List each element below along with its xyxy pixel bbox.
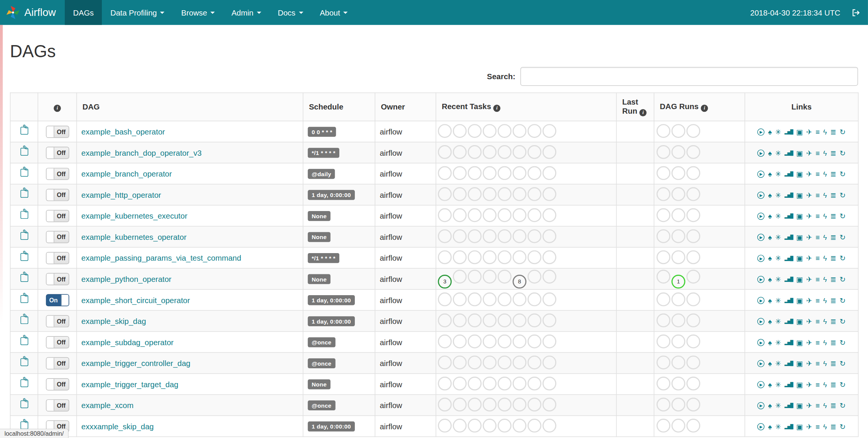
task-details-icon[interactable]: ≣ <box>830 129 836 136</box>
recent-task-circle[interactable]: 8 <box>513 274 527 288</box>
edit-dag-icon[interactable] <box>20 190 28 197</box>
task-duration-icon[interactable]: ▂▅█ <box>784 341 793 345</box>
task-tries-icon[interactable]: ▣ <box>796 402 803 410</box>
refresh-icon[interactable]: ↻ <box>840 381 846 388</box>
task-tries-icon[interactable]: ▣ <box>796 360 803 368</box>
task-tries-icon[interactable]: ▣ <box>796 339 803 346</box>
gantt-view-icon[interactable]: ≡ <box>816 171 820 178</box>
tree-view-icon[interactable]: ♠ <box>768 297 772 304</box>
dag-pause-toggle[interactable]: Off <box>46 399 69 411</box>
task-duration-icon[interactable]: ▂▅█ <box>784 299 793 303</box>
task-duration-icon[interactable]: ▂▅█ <box>784 172 793 177</box>
brand[interactable]: Airflow <box>6 5 56 20</box>
task-duration-icon[interactable]: ▂▅█ <box>784 193 793 198</box>
tree-view-icon[interactable]: ♠ <box>768 423 772 430</box>
task-details-icon[interactable]: ≣ <box>830 402 836 410</box>
gantt-view-icon[interactable]: ≡ <box>816 402 820 410</box>
graph-view-icon[interactable]: ✳ <box>775 150 781 157</box>
task-details-icon[interactable]: ≣ <box>830 171 836 178</box>
tree-view-icon[interactable]: ♠ <box>768 234 772 241</box>
graph-view-icon[interactable]: ✳ <box>775 402 781 410</box>
dag-pause-toggle[interactable]: Off <box>46 315 69 327</box>
code-view-icon[interactable]: ϟ <box>823 297 827 304</box>
task-details-icon[interactable]: ≣ <box>830 360 836 368</box>
gantt-view-icon[interactable]: ≡ <box>816 423 820 430</box>
graph-view-icon[interactable]: ✳ <box>775 423 781 430</box>
landing-times-icon[interactable]: ✈ <box>806 297 812 304</box>
graph-view-icon[interactable]: ✳ <box>775 192 781 199</box>
refresh-icon[interactable]: ↻ <box>840 318 846 325</box>
landing-times-icon[interactable]: ✈ <box>806 360 812 368</box>
refresh-icon[interactable]: ↻ <box>840 360 846 368</box>
task-duration-icon[interactable]: ▂▅█ <box>784 383 793 387</box>
landing-times-icon[interactable]: ✈ <box>806 255 812 262</box>
edit-dag-icon[interactable] <box>20 127 28 135</box>
landing-times-icon[interactable]: ✈ <box>806 276 812 283</box>
refresh-icon[interactable]: ↻ <box>840 276 846 283</box>
dag-pause-toggle[interactable]: Off <box>46 357 69 369</box>
trigger-dag-icon[interactable]: ▶ <box>757 381 765 388</box>
trigger-dag-icon[interactable]: ▶ <box>757 171 765 178</box>
edit-dag-icon[interactable] <box>20 295 28 303</box>
graph-view-icon[interactable]: ✳ <box>775 381 781 388</box>
gantt-view-icon[interactable]: ≡ <box>816 150 820 157</box>
dag-link[interactable]: example_xcom <box>81 401 134 410</box>
task-tries-icon[interactable]: ▣ <box>796 423 803 430</box>
gantt-view-icon[interactable]: ≡ <box>816 318 820 325</box>
dag-pause-toggle[interactable]: Off <box>46 252 69 264</box>
dag-link[interactable]: example_kubernetes_executor <box>81 211 187 220</box>
edit-dag-icon[interactable] <box>20 358 28 366</box>
task-duration-icon[interactable]: ▂▅█ <box>784 235 793 240</box>
refresh-icon[interactable]: ↻ <box>840 339 846 346</box>
task-details-icon[interactable]: ≣ <box>830 381 836 388</box>
dag-link[interactable]: example_branch_dop_operator_v3 <box>81 148 201 157</box>
task-tries-icon[interactable]: ▣ <box>796 381 803 388</box>
trigger-dag-icon[interactable]: ▶ <box>757 297 765 304</box>
nav-item-browse[interactable]: Browse <box>173 0 223 25</box>
dag-pause-toggle[interactable]: Off <box>46 210 69 222</box>
task-tries-icon[interactable]: ▣ <box>796 150 803 157</box>
code-view-icon[interactable]: ϟ <box>823 129 827 136</box>
task-details-icon[interactable]: ≣ <box>830 192 836 199</box>
graph-view-icon[interactable]: ✳ <box>775 171 781 178</box>
task-details-icon[interactable]: ≣ <box>830 423 836 430</box>
task-tries-icon[interactable]: ▣ <box>796 171 803 178</box>
trigger-dag-icon[interactable]: ▶ <box>757 255 765 262</box>
refresh-icon[interactable]: ↻ <box>840 402 846 410</box>
dag-link[interactable]: example_http_operator <box>81 190 161 199</box>
dag-pause-toggle[interactable]: Off <box>46 378 69 390</box>
trigger-dag-icon[interactable]: ▶ <box>757 150 765 157</box>
dag-link[interactable]: example_passing_params_via_test_command <box>81 253 241 262</box>
refresh-icon[interactable]: ↻ <box>840 423 846 430</box>
code-view-icon[interactable]: ϟ <box>823 402 827 410</box>
code-view-icon[interactable]: ϟ <box>823 255 827 262</box>
graph-view-icon[interactable]: ✳ <box>775 213 781 220</box>
nav-item-docs[interactable]: Docs <box>270 0 312 25</box>
code-view-icon[interactable]: ϟ <box>823 150 827 157</box>
code-view-icon[interactable]: ϟ <box>823 360 827 368</box>
landing-times-icon[interactable]: ✈ <box>806 402 812 410</box>
task-tries-icon[interactable]: ▣ <box>796 129 803 136</box>
edit-dag-icon[interactable] <box>20 400 28 408</box>
dag-link[interactable]: example_subdag_operator <box>81 338 173 346</box>
edit-dag-icon[interactable] <box>20 316 28 324</box>
recent-task-circle[interactable]: 3 <box>438 274 452 288</box>
tree-view-icon[interactable]: ♠ <box>768 318 772 325</box>
trigger-dag-icon[interactable]: ▶ <box>757 339 765 346</box>
graph-view-icon[interactable]: ✳ <box>775 297 781 304</box>
code-view-icon[interactable]: ϟ <box>823 381 827 388</box>
edit-dag-icon[interactable] <box>20 232 28 239</box>
tree-view-icon[interactable]: ♠ <box>768 150 772 157</box>
task-duration-icon[interactable]: ▂▅█ <box>784 319 793 324</box>
refresh-icon[interactable]: ↻ <box>840 234 846 241</box>
dag-link[interactable]: example_python_operator <box>81 274 172 283</box>
landing-times-icon[interactable]: ✈ <box>806 234 812 241</box>
tree-view-icon[interactable]: ♠ <box>768 360 772 368</box>
refresh-icon[interactable]: ↻ <box>840 171 846 178</box>
task-details-icon[interactable]: ≣ <box>830 318 836 325</box>
task-details-icon[interactable]: ≣ <box>830 213 836 220</box>
trigger-dag-icon[interactable]: ▶ <box>757 318 765 325</box>
edit-dag-icon[interactable] <box>20 211 28 219</box>
graph-view-icon[interactable]: ✳ <box>775 318 781 325</box>
task-tries-icon[interactable]: ▣ <box>796 192 803 199</box>
